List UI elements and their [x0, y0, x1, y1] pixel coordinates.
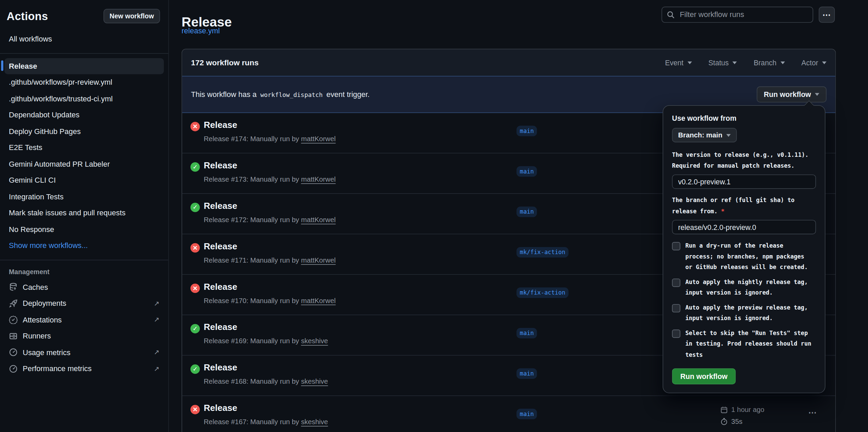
sidebar-item-runners[interactable]: Runners — [4, 328, 164, 344]
run-description: Release #169: Manually run by skeshive — [204, 337, 328, 345]
sidebar-item-label: Usage metrics — [23, 348, 70, 357]
runs-filters: Event Status Branch Actor — [665, 59, 827, 67]
checkbox-label: Auto apply the nightly release tag, inpu… — [685, 277, 813, 298]
filter-status-dropdown[interactable]: Status — [708, 59, 737, 67]
branch-badge[interactable]: mk/fix-action — [516, 287, 568, 298]
cache-icon — [9, 283, 18, 292]
sidebar-item-e2e-tests[interactable]: E2E Tests — [4, 139, 164, 156]
kebab-icon: ⋯ — [808, 408, 817, 417]
run-options-kebab-button[interactable]: ⋯ — [805, 407, 820, 418]
sidebar-item-caches[interactable]: Caches — [4, 279, 164, 295]
sidebar-item-attestations[interactable]: Attestations ↗ — [4, 312, 164, 328]
run-time: 1 hour ago — [731, 406, 764, 414]
server-icon — [9, 332, 18, 340]
sidebar-item-all-workflows[interactable]: All workflows — [4, 31, 164, 47]
dry-run-checkbox-row: Run a dry-run of the release process; no… — [672, 240, 816, 273]
run-title-link[interactable]: Release — [204, 120, 237, 130]
workflow-runs-header: 172 workflow runs Event Status Branch Ac… — [182, 49, 835, 76]
run-actor-link[interactable]: skeshive — [301, 418, 328, 426]
workflow-list: Release .github/workflows/pr-review.yml … — [0, 58, 168, 254]
sidebar-item-gemini-pr-labeler[interactable]: Gemini Automated PR Labeler — [4, 156, 164, 172]
run-actor-link[interactable]: mattKorwel — [301, 256, 336, 264]
sidebar-item-label: Performance metrics — [23, 364, 92, 373]
version-input[interactable] — [672, 175, 816, 189]
branch-badge[interactable]: main — [516, 166, 537, 177]
run-actor-link[interactable]: mattKorwel — [301, 135, 336, 143]
sidebar-item-gemini-cli-ci[interactable]: Gemini CLI CI — [4, 172, 164, 188]
run-workflow-dropdown-button[interactable]: Run workflow — [756, 86, 827, 102]
main-header: Release release.yml ⋯ — [182, 0, 868, 49]
branch-badge[interactable]: main — [516, 328, 537, 338]
run-title-link[interactable]: Release — [204, 363, 237, 372]
sidebar-item-pr-review[interactable]: .github/workflows/pr-review.yml — [4, 74, 164, 90]
sidebar-item-trusted-ci[interactable]: .github/workflows/trusted-ci.yml — [4, 90, 164, 107]
sidebar-divider — [0, 53, 168, 53]
filter-event-dropdown[interactable]: Event — [665, 59, 692, 67]
show-more-workflows-link[interactable]: Show more workflows... — [4, 237, 164, 254]
chevron-down-icon — [815, 93, 819, 96]
preview-tag-checkbox[interactable] — [672, 304, 680, 312]
sidebar-item-deployments[interactable]: Deployments ↗ — [4, 295, 164, 312]
sidebar-item-dependabot-updates[interactable]: Dependabot Updates — [4, 107, 164, 123]
run-actor-link[interactable]: mattKorwel — [301, 176, 336, 183]
calendar-icon — [720, 406, 728, 414]
new-workflow-button[interactable]: New workflow — [103, 9, 160, 23]
sidebar-item-performance-metrics[interactable]: Performance metrics ↗ — [4, 361, 164, 377]
nightly-tag-checkbox[interactable] — [672, 278, 680, 286]
checkbox-label: Run a dry-run of the release process; no… — [685, 240, 813, 273]
sidebar-item-integration-tests[interactable]: Integration Tests — [4, 188, 164, 205]
run-actor-link[interactable]: mattKorwel — [301, 297, 336, 305]
chevron-down-icon — [687, 61, 692, 64]
run-title-link[interactable]: Release — [204, 201, 237, 211]
sidebar-item-mark-stale[interactable]: Mark stale issues and pull requests — [4, 205, 164, 221]
run-status-icon — [190, 243, 200, 253]
run-description: Release #173: Manually run by mattKorwel — [204, 176, 336, 183]
run-title-link[interactable]: Release — [204, 242, 237, 251]
sidebar-item-no-response[interactable]: No Response — [4, 221, 164, 237]
workflow-dispatch-code: workflow_dispatch — [259, 92, 324, 99]
version-input-label: The version to release (e.g., v0.1.11). … — [672, 150, 816, 171]
branch-badge[interactable]: main — [516, 206, 537, 217]
search-icon — [666, 11, 675, 19]
skip-tests-checkbox[interactable] — [672, 329, 680, 337]
run-status-icon — [190, 324, 200, 333]
github-actions-page: Actions New workflow All workflows Relea… — [0, 0, 868, 432]
run-title-link[interactable]: Release — [204, 282, 237, 292]
workflow-run-row: Release Release #167: Manually run by sk… — [182, 396, 835, 432]
run-title-link[interactable]: Release — [204, 403, 237, 413]
run-workflow-dispatch-panel: Use workflow from Branch: main The versi… — [663, 105, 826, 393]
run-status-icon — [190, 203, 200, 212]
run-duration: 35s — [731, 417, 743, 425]
run-actor-link[interactable]: mattKorwel — [301, 216, 336, 224]
run-title-link[interactable]: Release — [204, 161, 237, 170]
filter-workflow-runs-input[interactable] — [679, 10, 808, 19]
nightly-tag-checkbox-row: Auto apply the nightly release tag, inpu… — [672, 277, 816, 298]
run-description: Release #174: Manually run by mattKorwel — [204, 135, 336, 143]
banner-text: This workflow has a workflow_dispatch ev… — [191, 90, 370, 98]
dry-run-checkbox[interactable] — [672, 242, 680, 250]
branch-badge[interactable]: mk/fix-action — [516, 247, 568, 257]
sidebar-item-release[interactable]: Release — [4, 58, 164, 74]
run-status-icon — [190, 284, 200, 293]
branch-selector-button[interactable]: Branch: main — [672, 128, 737, 142]
run-workflow-submit-button[interactable]: Run workflow — [672, 368, 736, 384]
branch-badge[interactable]: main — [516, 409, 537, 419]
filter-actor-dropdown[interactable]: Actor — [801, 59, 827, 67]
verified-icon — [9, 315, 18, 324]
filter-branch-dropdown[interactable]: Branch — [754, 59, 785, 67]
run-actor-link[interactable]: skeshive — [301, 337, 328, 345]
workflow-file-link[interactable]: release.yml — [182, 27, 220, 35]
branch-badge[interactable]: main — [516, 126, 537, 136]
run-title-link[interactable]: Release — [204, 322, 237, 332]
meter-icon — [9, 348, 18, 357]
branch-badge[interactable]: main — [516, 368, 537, 379]
sidebar-item-label: Attestations — [23, 315, 62, 325]
sidebar-item-deploy-github-pages[interactable]: Deploy GitHub Pages — [4, 123, 164, 139]
workflow-options-kebab-button[interactable]: ⋯ — [819, 7, 835, 23]
sidebar-item-usage-metrics[interactable]: Usage metrics ↗ — [4, 344, 164, 361]
sidebar-title: Actions — [7, 10, 48, 22]
skip-tests-checkbox-row: Select to skip the "Run Tests" step in t… — [672, 328, 816, 360]
run-actor-link[interactable]: skeshive — [301, 378, 328, 385]
actions-sidebar: Actions New workflow All workflows Relea… — [0, 0, 169, 432]
ref-input[interactable] — [672, 220, 816, 234]
